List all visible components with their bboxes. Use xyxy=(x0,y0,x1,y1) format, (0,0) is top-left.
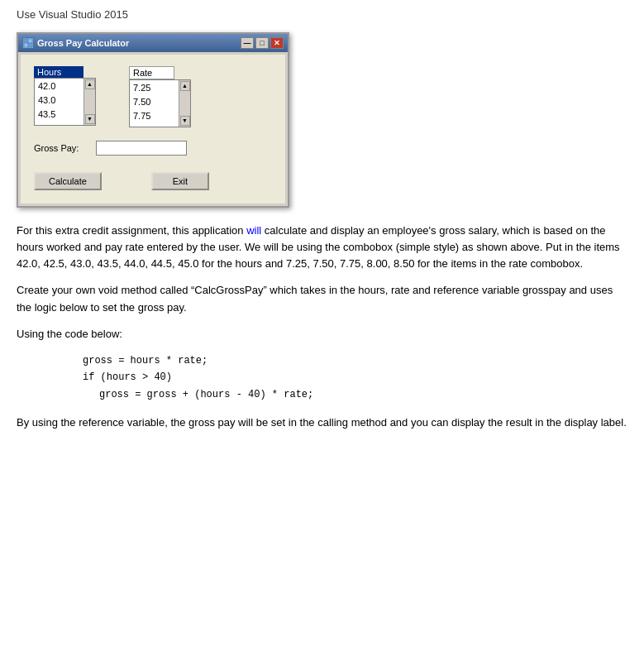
rate-item-2[interactable]: 7.75 xyxy=(131,109,177,123)
rate-scroll-down[interactable]: ▼ xyxy=(180,116,190,126)
gross-pay-display xyxy=(96,141,187,156)
svg-rect-0 xyxy=(24,39,28,43)
hours-item-1[interactable]: 43.0 xyxy=(36,93,82,108)
hours-scrollbar[interactable]: ▲ ▼ xyxy=(83,79,95,125)
code-line-1: gross = hours * rate; xyxy=(83,352,627,369)
rate-item-1[interactable]: 7.50 xyxy=(131,95,177,109)
window-title: Gross Pay Calculator xyxy=(37,38,129,48)
code-block: gross = hours * rate; if (hours > 40) gr… xyxy=(83,352,627,403)
description-para3: Using the code below: xyxy=(17,326,627,343)
title-bar-left: Gross Pay Calculator xyxy=(22,37,129,49)
svg-rect-2 xyxy=(24,43,28,47)
description-para1: For this extra credit assignment, this a… xyxy=(17,223,627,272)
page-title: Use Visual Studio 2015 xyxy=(17,8,627,21)
rate-label: Rate xyxy=(129,66,174,79)
rate-item-0[interactable]: 7.25 xyxy=(131,81,177,95)
code-line-2: if (hours > 40) xyxy=(83,369,627,386)
highlight-will: will xyxy=(246,224,261,237)
title-bar: Gross Pay Calculator — □ ✕ xyxy=(18,34,288,52)
rate-list-items: 7.25 7.50 7.75 xyxy=(130,80,179,127)
description-para2: Create your own void method called “Calc… xyxy=(17,282,627,315)
svg-rect-3 xyxy=(28,43,32,47)
hours-item-0[interactable]: 42.0 xyxy=(36,79,82,93)
combos-row: Hours 42.0 43.0 43.5 ▲ ▼ xyxy=(34,66,272,127)
window-body: Hours 42.0 43.0 43.5 ▲ ▼ xyxy=(20,54,286,204)
description-section: For this extra credit assignment, this a… xyxy=(17,223,627,431)
minimize-button[interactable]: — xyxy=(241,37,254,49)
close-button[interactable]: ✕ xyxy=(270,37,284,49)
description-para4: By using the reference variable, the gro… xyxy=(17,414,627,431)
hours-combo-group: Hours 42.0 43.0 43.5 ▲ ▼ xyxy=(34,66,96,127)
hours-scroll-down[interactable]: ▼ xyxy=(85,114,95,124)
hours-item-2[interactable]: 43.5 xyxy=(36,108,82,122)
rate-combo-group: Rate 7.25 7.50 7.75 ▲ ▼ xyxy=(129,66,191,127)
hours-label: Hours xyxy=(34,66,83,78)
rate-scroll-up[interactable]: ▲ xyxy=(180,81,190,91)
svg-rect-1 xyxy=(28,39,32,43)
hours-combobox[interactable]: 42.0 43.0 43.5 ▲ ▼ xyxy=(34,78,96,126)
window-icon xyxy=(22,37,34,49)
window-frame: Gross Pay Calculator — □ ✕ Hours 42.0 43… xyxy=(17,32,289,208)
hours-list-items: 42.0 43.0 43.5 xyxy=(35,79,83,125)
title-buttons: — □ ✕ xyxy=(241,37,284,49)
gross-pay-row: Gross Pay: xyxy=(34,141,272,156)
rate-scrollbar[interactable]: ▲ ▼ xyxy=(179,80,190,127)
rate-combobox[interactable]: 7.25 7.50 7.75 ▲ ▼ xyxy=(129,79,191,127)
code-line-3: gross = gross + (hours - 40) * rate; xyxy=(83,386,627,403)
calculate-button[interactable]: Calculate xyxy=(34,172,102,190)
gross-pay-label: Gross Pay: xyxy=(34,143,88,153)
restore-button[interactable]: □ xyxy=(255,37,269,49)
buttons-row: Calculate Exit xyxy=(34,172,272,190)
exit-button[interactable]: Exit xyxy=(151,172,209,190)
hours-scroll-up[interactable]: ▲ xyxy=(85,79,95,89)
calculator-window: Gross Pay Calculator — □ ✕ Hours 42.0 43… xyxy=(17,32,289,208)
